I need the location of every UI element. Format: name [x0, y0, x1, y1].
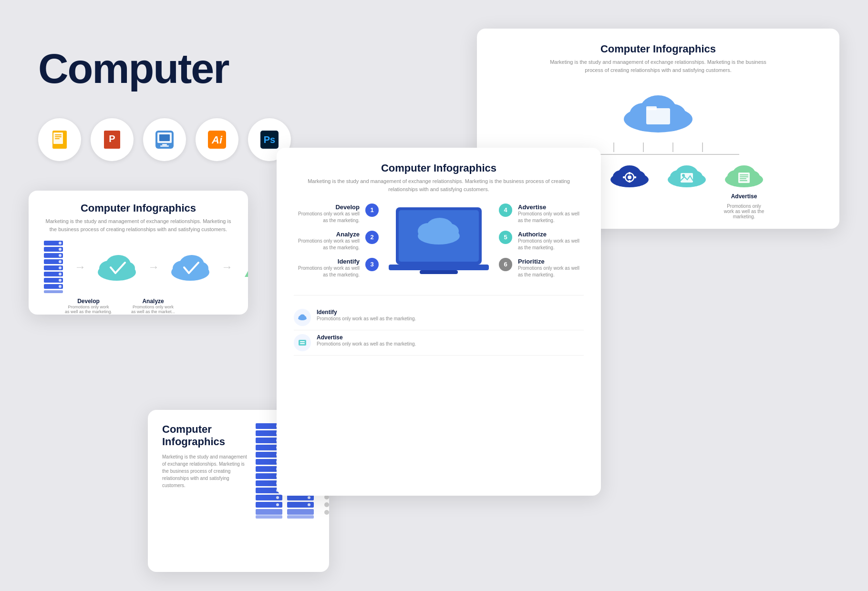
svg-rect-13: [159, 134, 170, 141]
analyze-step-desc: Promotions only work as well as the mark…: [294, 238, 360, 251]
server-stack: [42, 241, 65, 293]
identify-icon: [294, 309, 311, 326]
connector-dots: [324, 495, 329, 515]
green-triangle: [242, 253, 248, 281]
step-labels-row: Develop Promotions only workas well as t…: [42, 298, 235, 314]
svg-point-63: [59, 266, 62, 269]
list-item-identify: Identify Promotions only work as well as…: [294, 305, 584, 330]
prioritize-step-label: Prioritize: [518, 258, 584, 265]
svg-marker-79: [245, 255, 248, 277]
card-left-bottom: Computer Infographics Marketing is the s…: [29, 191, 248, 315]
app-icons-row: P Ai: [38, 118, 300, 161]
arrow-right: →: [74, 260, 86, 274]
svg-point-127: [308, 496, 310, 499]
step-num-1: 1: [365, 204, 379, 217]
svg-point-69: [59, 285, 62, 288]
svg-text:Ai: Ai: [211, 134, 223, 146]
svg-point-129: [308, 503, 310, 506]
svg-rect-49: [738, 173, 750, 183]
svg-rect-38: [634, 176, 636, 178]
develop-step-label: Develop: [294, 204, 360, 211]
step-num-2: 2: [365, 231, 379, 244]
svg-rect-105: [256, 515, 282, 519]
blue-cloud: [169, 249, 212, 285]
svg-rect-4: [55, 136, 62, 137]
identify-list-desc: Promotions only work as well as the mark…: [317, 316, 416, 322]
analyze-step: Analyze Promotions only workas well as t…: [131, 298, 175, 314]
svg-point-101: [276, 496, 279, 499]
left-panel: Computer P: [38, 48, 300, 161]
svg-point-34: [628, 175, 631, 179]
top-cloud: [618, 83, 699, 138]
svg-point-65: [59, 273, 62, 275]
step-analyze: Analyze Promotions only work as well as …: [294, 231, 379, 251]
advertise-list-label: Advertise: [317, 334, 416, 341]
svg-rect-131: [287, 515, 314, 519]
develop-text: Develop Promotions only work as well as …: [294, 204, 360, 224]
advertise-label: Advertise: [731, 193, 757, 200]
authorize-step-label: Authorize: [518, 231, 584, 238]
identify-text: Identify Promotions only work as well as…: [294, 258, 360, 278]
card-top-right-title: Computer Infographics: [496, 43, 820, 55]
identify-step-desc: Promotions only work as well as the mark…: [294, 265, 360, 278]
svg-point-143: [302, 316, 306, 319]
advertise-step-desc: Promotions only work as well as the mark…: [518, 211, 584, 224]
left-steps: Develop Promotions only work as well as …: [294, 204, 379, 285]
svg-rect-37: [623, 176, 625, 178]
svg-rect-23: [646, 106, 657, 110]
list-item-advertise: Advertise Promotions only work as well a…: [294, 330, 584, 356]
analyze-text: Analyze Promotions only work as well as …: [294, 231, 360, 251]
step-advertise: 4 Advertise Promotions only work as well…: [499, 204, 584, 224]
card-middle-title: ComputerInfographics: [162, 423, 247, 448]
svg-rect-146: [300, 343, 305, 344]
card-left-bottom-subtitle: Marketing is the study and management of…: [42, 217, 235, 233]
svg-point-137: [440, 224, 459, 239]
keynote-icon[interactable]: [143, 118, 186, 161]
right-steps: 4 Advertise Promotions only work as well…: [499, 204, 584, 285]
prioritize-step-desc: Promotions only work as well as the mark…: [518, 265, 584, 278]
svg-rect-104: [256, 509, 282, 515]
card-left-bottom-content: → →: [42, 241, 235, 293]
advertise-list-text: Advertise Promotions only work as well a…: [317, 334, 416, 347]
google-slides-icon[interactable]: [38, 118, 81, 161]
teal-cloud: [95, 249, 138, 285]
svg-rect-130: [287, 509, 314, 515]
divider: [294, 295, 584, 296]
laptop-illustration: [386, 203, 491, 285]
card-top-right-subtitle: Marketing is the study and management of…: [496, 58, 820, 74]
svg-rect-53: [740, 180, 747, 181]
svg-point-55: [59, 242, 62, 245]
svg-rect-52: [740, 178, 746, 179]
step-authorize: 5 Authorize Promotions only work as well…: [499, 231, 584, 251]
analyze-step-label: Analyze: [294, 231, 360, 238]
analyze-desc: Promotions only workas well as the marke…: [131, 305, 175, 314]
cloud-item-gear: [608, 160, 651, 189]
svg-point-61: [59, 260, 62, 263]
svg-rect-145: [300, 341, 305, 342]
svg-rect-50: [740, 174, 748, 175]
analyze-label: Analyze: [131, 298, 175, 305]
page-container: Computer P: [0, 0, 868, 591]
svg-rect-51: [740, 176, 748, 177]
develop-step: Develop Promotions only workas well as t…: [65, 298, 112, 314]
svg-rect-35: [629, 172, 630, 174]
step-num-4: 4: [499, 204, 512, 217]
advertise-step-label: Advertise: [518, 204, 584, 211]
card-center: Computer Infographics Marketing is the s…: [277, 148, 601, 496]
advertise-icon: [294, 334, 311, 351]
svg-rect-3: [55, 134, 62, 135]
step-num-3: 3: [365, 258, 379, 271]
svg-point-67: [59, 279, 62, 282]
svg-rect-138: [389, 265, 489, 270]
svg-text:Ps: Ps: [264, 134, 275, 145]
powerpoint-icon[interactable]: P: [91, 118, 134, 161]
arrow-right-3: →: [221, 260, 233, 274]
svg-rect-139: [420, 270, 458, 274]
card-middle-text: ComputerInfographics Marketing is the st…: [162, 423, 247, 489]
illustrator-icon[interactable]: Ai: [196, 118, 238, 161]
svg-rect-22: [646, 108, 670, 124]
step-num-6: 6: [499, 258, 512, 271]
svg-point-103: [276, 503, 279, 506]
card-center-subtitle: Marketing is the study and management of…: [294, 177, 584, 193]
card-center-title: Computer Infographics: [294, 162, 584, 174]
